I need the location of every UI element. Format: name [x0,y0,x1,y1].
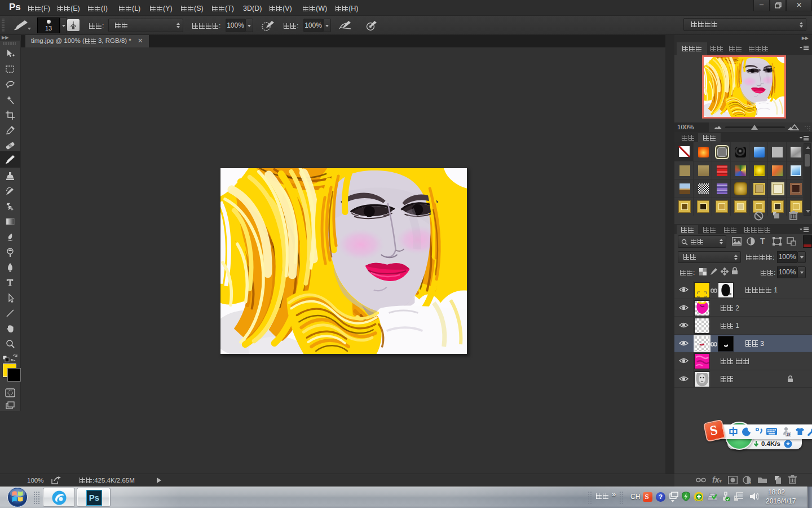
svg-text:▾: ▾ [749,480,751,484]
svg-text:19: 19 [786,432,791,436]
